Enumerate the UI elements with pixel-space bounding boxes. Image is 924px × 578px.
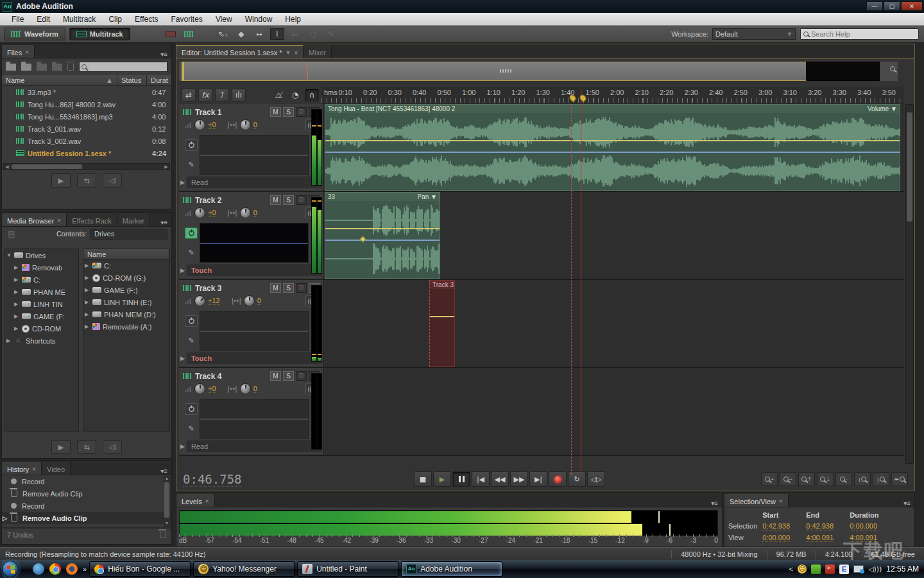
tab-files[interactable]: Files× — [2, 45, 35, 58]
pencil-icon[interactable]: ✎ — [185, 247, 198, 259]
import-file-icon[interactable] — [21, 64, 31, 71]
preview-play-button[interactable]: ▶ — [51, 173, 71, 188]
tree-root-drives[interactable]: ▼Drives — [5, 249, 78, 261]
tree-item[interactable]: ▶C: — [5, 274, 78, 286]
list-item[interactable]: ▶C: — [83, 259, 169, 272]
menu-clip[interactable]: Clip — [102, 13, 128, 25]
clear-history-icon[interactable] — [160, 531, 166, 538]
razor-tool-button[interactable]: ◆ — [234, 28, 248, 40]
menu-file[interactable]: File — [5, 13, 30, 25]
navigator-vertical-zoom[interactable] — [806, 62, 880, 81]
menu-window[interactable]: Window — [239, 13, 279, 25]
contents-dropdown[interactable]: Drives — [90, 229, 167, 240]
history-scrollbar[interactable]: ▲▼ — [164, 476, 171, 527]
file-row[interactable]: 33.mp3 *0:47 — [2, 86, 171, 98]
insert-multitrack-icon[interactable] — [52, 64, 62, 71]
track-content[interactable]: 33 Pan ▼ — [325, 192, 904, 279]
search-help-box[interactable] — [800, 28, 919, 40]
minimize-button[interactable]: — — [866, 1, 883, 11]
volume-knob[interactable] — [194, 207, 205, 218]
new-file-icon[interactable] — [37, 64, 47, 71]
snap-magnet-icon[interactable]: ∩ — [305, 89, 319, 101]
skip-selection-button[interactable]: ◁▷ — [587, 471, 605, 487]
tab-video[interactable]: Video — [42, 462, 71, 475]
panel-menu-icon[interactable]: ▾≡ — [157, 51, 171, 58]
tab-marker[interactable]: Marker — [117, 213, 150, 226]
tracks-vscrollbar[interactable] — [905, 104, 914, 464]
waveform-view-button[interactable]: Waveform — [4, 28, 65, 40]
mute-button[interactable]: M — [270, 371, 281, 381]
tree-item[interactable]: ▶CD-ROM — [5, 322, 78, 335]
record-arm-button[interactable]: R — [296, 283, 307, 293]
tab-levels[interactable]: Levels× — [176, 494, 215, 507]
pencil-icon[interactable]: ✎ — [185, 423, 198, 435]
list-item[interactable]: ▶Removable (A:) — [83, 320, 169, 333]
tab-editor[interactable]: Editor: Untitled Session 1.sesx *▼× — [176, 45, 304, 58]
automation-mode-dropdown[interactable]: Read▼ — [187, 441, 321, 451]
stop-button[interactable]: ■ — [414, 471, 432, 487]
tab-effects-rack[interactable]: Effects Rack — [67, 213, 117, 226]
zoom-icon[interactable] — [890, 66, 895, 71]
menu-edit[interactable]: Edit — [30, 13, 56, 25]
clip-envelope-selector[interactable]: Volume ▼ — [868, 105, 897, 112]
autoplay-speaker-button[interactable]: ◁𝄔 — [103, 440, 122, 454]
audio-clip[interactable]: 33 Pan ▼ — [325, 192, 440, 279]
panel-menu-icon[interactable]: ▾≡ — [157, 219, 171, 226]
file-row[interactable]: Tong Hu...553461863].mp34:00 — [2, 110, 171, 123]
tab-mixer[interactable]: Mixer — [304, 45, 332, 58]
taskbar-paint[interactable]: Untitled - Paint — [297, 561, 398, 577]
zoom-out-time-button[interactable]: − — [780, 472, 796, 486]
play-button[interactable]: ▶ — [433, 471, 451, 487]
workspace-dropdown[interactable]: Default▼ — [712, 28, 796, 40]
search-help-input[interactable] — [811, 30, 907, 38]
tray-download-icon[interactable] — [825, 565, 835, 574]
quicklaunch-media-icon[interactable] — [33, 563, 44, 575]
track-content[interactable]: Track 3... — [325, 280, 904, 367]
track-name[interactable]: Track 1 — [195, 108, 221, 117]
volume-value[interactable]: +12 — [208, 297, 220, 305]
tree-item[interactable]: ▶PHAN ME — [5, 286, 78, 298]
expand-track-icon[interactable]: ▶ — [180, 179, 185, 186]
pan-value[interactable]: 0 — [253, 209, 257, 217]
volume-value[interactable]: +0 — [208, 209, 216, 217]
restore-button[interactable]: ▢ — [884, 1, 900, 11]
track-name[interactable]: Track 3 — [195, 284, 221, 293]
pan-value[interactable]: 0 — [257, 297, 261, 305]
menu-favorites[interactable]: Favorites — [165, 13, 209, 25]
record-arm-button[interactable]: R — [296, 107, 307, 117]
fx-rack-icon[interactable]: fx — [198, 89, 212, 101]
solo-button[interactable]: S — [283, 107, 294, 117]
keyboard-icon[interactable]: ▤ — [6, 228, 17, 240]
panel-menu-icon[interactable]: ▾≡ — [900, 500, 914, 507]
zoom-in-time-button[interactable]: + — [761, 472, 778, 486]
tray-yahoo-icon[interactable]: ☺ — [798, 565, 807, 574]
volume-envelope[interactable] — [325, 140, 900, 141]
countdown-timer-icon[interactable]: ◔ — [288, 89, 302, 101]
zoom-to-selection-button[interactable]: ⇹ — [891, 472, 908, 486]
file-row-selected[interactable]: Untitled Session 1.sesx *4:24 — [2, 147, 171, 159]
list-item[interactable]: ▶LINH TINH (E:) — [83, 296, 169, 308]
master-level-meter[interactable] — [179, 510, 718, 536]
lasso-tool-button[interactable]: ○ — [306, 28, 320, 40]
menu-multitrack[interactable]: Multitrack — [56, 13, 102, 25]
zoom-to-out-point-button[interactable]: } — [873, 472, 889, 486]
history-item-current[interactable]: Remove Audio Clip — [2, 512, 171, 524]
power-button[interactable] — [185, 227, 198, 239]
zoom-out-amplitude-button[interactable]: ⇣ — [817, 472, 834, 486]
automation-lane[interactable] — [200, 223, 309, 263]
zoom-to-in-point-button[interactable]: { — [854, 472, 871, 486]
tree-item[interactable]: ▶LINH TIN — [5, 298, 78, 310]
tray-e-icon[interactable]: E — [839, 565, 849, 574]
zoom-navigator[interactable] — [179, 62, 898, 81]
history-item[interactable]: Record — [2, 475, 171, 487]
volume-knob[interactable] — [194, 119, 205, 130]
track-content[interactable] — [325, 368, 904, 455]
close-button[interactable]: ✕ — [901, 1, 923, 11]
pause-button[interactable] — [452, 471, 470, 487]
clip-envelope-selector[interactable]: Pan ▼ — [418, 193, 437, 200]
close-tab-icon[interactable]: × — [25, 49, 29, 56]
quicklaunch-firefox-icon[interactable] — [66, 563, 78, 575]
volume-value[interactable]: +0 — [208, 121, 216, 129]
menu-view[interactable]: View — [209, 13, 239, 25]
files-hscrollbar[interactable]: ◀ ▶ — [3, 163, 170, 170]
